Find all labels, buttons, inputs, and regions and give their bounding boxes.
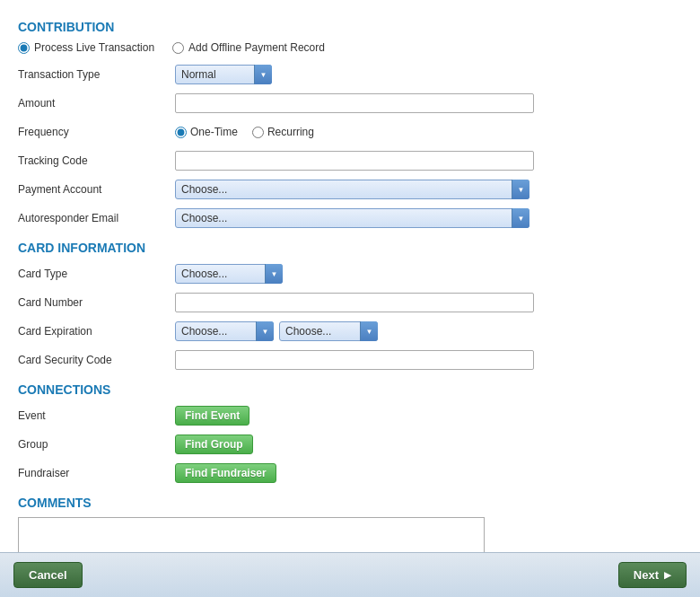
expiry-year-select-wrapper: Choose... 2024202520262027 202820292030: [279, 321, 378, 341]
card-number-control: [175, 293, 682, 312]
expiry-month-select-wrapper: Choose... 01020304 05060708 09101112: [175, 321, 274, 341]
group-control: Find Group: [175, 435, 682, 454]
onetime-label: One-Time: [190, 126, 238, 138]
fundraiser-control: Find Fundraiser: [175, 463, 682, 483]
card-expiration-control: Choose... 01020304 05060708 09101112 Cho…: [175, 321, 682, 341]
onetime-option[interactable]: One-Time: [175, 126, 238, 138]
payment-account-select-wrapper: Choose...: [175, 180, 529, 199]
card-number-label: Card Number: [18, 296, 175, 309]
card-type-row: Card Type Choose... Visa Mastercard Amer…: [18, 262, 682, 285]
tracking-code-input[interactable]: [175, 151, 534, 171]
recurring-label: Recurring: [267, 126, 314, 138]
payment-account-control: Choose...: [175, 180, 682, 199]
card-security-code-label: Card Security Code: [18, 354, 175, 366]
add-offline-option[interactable]: Add Offline Payment Record: [172, 41, 325, 54]
process-live-radio[interactable]: [18, 42, 30, 54]
fundraiser-label: Fundraiser: [18, 467, 175, 479]
find-fundraiser-button[interactable]: Find Fundraiser: [175, 463, 276, 483]
recurring-option[interactable]: Recurring: [252, 126, 314, 138]
payment-account-select[interactable]: Choose...: [175, 180, 529, 199]
card-type-select[interactable]: Choose... Visa Mastercard American Expre…: [175, 264, 283, 284]
group-row: Group Find Group: [18, 433, 682, 456]
add-offline-radio[interactable]: [172, 42, 184, 54]
autoresponder-email-select-wrapper: Choose...: [175, 208, 529, 228]
event-row: Event Find Event: [18, 404, 682, 427]
process-live-label: Process Live Transaction: [34, 41, 154, 54]
card-type-label: Card Type: [18, 268, 175, 280]
group-label: Group: [18, 438, 175, 451]
tracking-code-label: Tracking Code: [18, 154, 175, 167]
card-type-control: Choose... Visa Mastercard American Expre…: [175, 264, 682, 284]
autoresponder-email-row: Autoresponder Email Choose...: [18, 206, 682, 230]
main-container: CONTRIBUTION Process Live Transaction Ad…: [0, 0, 700, 597]
transaction-type-label: Transaction Type: [18, 68, 175, 81]
card-security-code-control: [175, 350, 682, 370]
process-live-option[interactable]: Process Live Transaction: [18, 41, 154, 54]
find-group-button[interactable]: Find Group: [175, 435, 253, 454]
frequency-row: Frequency One-Time Recurring: [18, 120, 682, 144]
cancel-button[interactable]: Cancel: [13, 562, 83, 588]
transaction-type-control: Normal Authorization Refund: [175, 65, 682, 84]
card-number-row: Card Number: [18, 291, 682, 314]
tracking-code-row: Tracking Code: [18, 149, 682, 172]
fundraiser-row: Fundraiser Find Fundraiser: [18, 461, 682, 485]
card-security-code-row: Card Security Code: [18, 348, 682, 372]
expiry-month-select[interactable]: Choose... 01020304 05060708 09101112: [175, 321, 274, 341]
amount-control: [175, 93, 682, 113]
card-expiration-label: Card Expiration: [18, 325, 175, 338]
footer-bar: Cancel Next: [0, 552, 700, 597]
card-expiration-row: Card Expiration Choose... 01020304 05060…: [18, 320, 682, 343]
comments-section-title: COMMENTS: [18, 496, 682, 510]
card-information-section-title: CARD INFORMATION: [18, 241, 682, 255]
card-security-code-input[interactable]: [175, 350, 534, 370]
recurring-radio[interactable]: [252, 127, 264, 138]
transaction-options: Process Live Transaction Add Offline Pay…: [18, 41, 682, 54]
onetime-radio[interactable]: [175, 127, 187, 138]
frequency-radio-group: One-Time Recurring: [175, 126, 314, 138]
payment-account-label: Payment Account: [18, 183, 175, 196]
event-label: Event: [18, 409, 175, 422]
add-offline-label: Add Offline Payment Record: [188, 41, 325, 54]
frequency-label: Frequency: [18, 126, 175, 138]
transaction-type-select[interactable]: Normal Authorization Refund: [175, 65, 272, 84]
card-type-select-wrapper: Choose... Visa Mastercard American Expre…: [175, 264, 283, 284]
tracking-code-control: [175, 151, 682, 171]
transaction-type-select-wrapper: Normal Authorization Refund: [175, 65, 272, 84]
amount-label: Amount: [18, 97, 175, 110]
expiry-year-select[interactable]: Choose... 2024202520262027 202820292030: [279, 321, 378, 341]
card-number-input[interactable]: [175, 293, 534, 312]
autoresponder-email-label: Autoresponder Email: [18, 212, 175, 224]
amount-input[interactable]: [175, 93, 534, 113]
frequency-control: One-Time Recurring: [175, 126, 682, 138]
find-event-button[interactable]: Find Event: [175, 406, 249, 426]
event-control: Find Event: [175, 406, 682, 426]
autoresponder-email-control: Choose...: [175, 208, 682, 228]
contribution-section-title: CONTRIBUTION: [18, 20, 682, 34]
payment-account-row: Payment Account Choose...: [18, 178, 682, 201]
transaction-type-row: Transaction Type Normal Authorization Re…: [18, 63, 682, 86]
autoresponder-email-select[interactable]: Choose...: [175, 208, 529, 228]
connections-section-title: CONNECTIONS: [18, 382, 682, 397]
next-button[interactable]: Next: [618, 562, 687, 588]
amount-row: Amount: [18, 92, 682, 115]
